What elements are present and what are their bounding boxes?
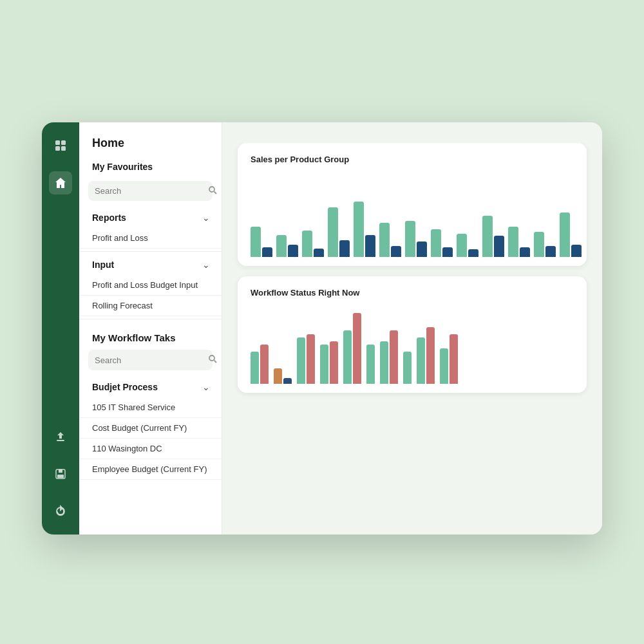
sales-teal-bar bbox=[560, 213, 570, 257]
divider-2 bbox=[79, 319, 222, 319]
sales-bar-group bbox=[251, 227, 272, 257]
wf-green-bar bbox=[297, 337, 305, 384]
wf-green-bar bbox=[251, 352, 259, 384]
sales-teal-bar bbox=[482, 216, 493, 257]
favourites-search-input[interactable] bbox=[95, 186, 203, 196]
sales-bar-group bbox=[560, 213, 582, 257]
sales-bar-group bbox=[457, 234, 478, 257]
sales-teal-bar bbox=[431, 229, 441, 257]
sales-dark-bar bbox=[314, 249, 324, 257]
sales-teal-bar bbox=[405, 221, 415, 257]
sidebar-bottom bbox=[49, 425, 72, 523]
workflow-item-1[interactable]: Cost Budget (Current FY) bbox=[79, 418, 222, 439]
sales-dark-bar bbox=[571, 245, 582, 257]
wf-red-bar bbox=[426, 327, 435, 384]
divider-1 bbox=[79, 251, 222, 252]
workflow-search-input[interactable] bbox=[95, 355, 203, 365]
profit-loss-budget-item[interactable]: Profit and Loss Budget Input bbox=[79, 275, 222, 296]
workflow-search-row[interactable] bbox=[88, 350, 213, 370]
wf-red-bar bbox=[450, 334, 458, 384]
reports-section-header[interactable]: Reports ⌄ bbox=[79, 207, 222, 228]
refresh-icon[interactable] bbox=[49, 500, 72, 523]
wf-bar-group bbox=[320, 341, 338, 384]
sales-bar-group bbox=[482, 216, 504, 257]
favourites-section-header[interactable]: My Favourites bbox=[79, 156, 222, 177]
sales-teal-bar bbox=[251, 227, 261, 257]
input-section-header[interactable]: Input ⌄ bbox=[79, 254, 222, 275]
reports-label: Reports bbox=[92, 213, 126, 223]
workflow-section: My Workflow Taks Budjet Process ⌄ 105 IT… bbox=[79, 322, 222, 480]
input-chevron: ⌄ bbox=[202, 260, 210, 270]
wf-orange-bar bbox=[274, 368, 282, 384]
sales-teal-bar bbox=[302, 231, 312, 257]
rolling-forecast-item[interactable]: Rolling Forecast bbox=[79, 296, 222, 316]
wf-bar-group bbox=[343, 313, 361, 384]
wf-bar-group bbox=[380, 330, 398, 384]
svg-line-11 bbox=[214, 361, 217, 363]
svg-rect-3 bbox=[61, 146, 66, 151]
sales-dark-bar bbox=[417, 242, 427, 257]
sales-bar-group bbox=[508, 227, 530, 257]
wf-red-bar bbox=[260, 345, 269, 384]
budget-process-label: Budjet Process bbox=[92, 382, 158, 392]
wf-green-bar bbox=[380, 341, 388, 384]
budget-process-header[interactable]: Budjet Process ⌄ bbox=[79, 377, 222, 397]
wf-bar-group bbox=[251, 345, 269, 384]
sales-dark-bar bbox=[468, 249, 478, 257]
wf-green-bar bbox=[403, 352, 412, 384]
wf-green-bar bbox=[343, 330, 352, 384]
save-icon[interactable] bbox=[49, 462, 72, 486]
sales-bar-group bbox=[302, 231, 324, 257]
wf-red-bar bbox=[307, 334, 315, 384]
input-label: Input bbox=[92, 260, 114, 270]
sales-teal-bar bbox=[276, 235, 287, 257]
favourites-search-row[interactable] bbox=[88, 181, 213, 201]
sales-bar-group bbox=[405, 221, 427, 257]
sales-teal-bar bbox=[328, 207, 338, 257]
main-header-title bbox=[222, 122, 602, 143]
app-container: Home My Favourites Reports ⌄ Profit and … bbox=[42, 122, 602, 535]
svg-point-10 bbox=[209, 355, 214, 361]
sidebar bbox=[42, 122, 79, 535]
upload-icon[interactable] bbox=[49, 425, 72, 448]
sales-dark-bar bbox=[365, 235, 375, 257]
sales-dark-bar bbox=[545, 246, 556, 257]
home-icon[interactable] bbox=[49, 171, 72, 194]
page-title: Home bbox=[79, 122, 222, 156]
workflow-search-icon bbox=[208, 354, 217, 366]
profit-and-loss-item[interactable]: Profit and Loss bbox=[79, 228, 222, 249]
sales-bar-group bbox=[328, 207, 350, 257]
wf-green-bar bbox=[366, 345, 375, 384]
reports-chevron: ⌄ bbox=[202, 213, 210, 223]
sales-teal-bar bbox=[354, 202, 364, 257]
svg-point-8 bbox=[209, 187, 214, 192]
main-content: Sales per Product Group Workflow Status … bbox=[222, 122, 602, 535]
sales-bar-group bbox=[431, 229, 453, 257]
wf-bar-group bbox=[366, 345, 375, 384]
sales-dark-bar bbox=[442, 247, 453, 257]
sales-dark-bar bbox=[288, 245, 298, 257]
workflow-item-3[interactable]: Employee Budget (Current FY) bbox=[79, 459, 222, 480]
wf-bar-group bbox=[297, 334, 315, 384]
sales-chart-card: Sales per Product Group bbox=[238, 143, 587, 266]
sales-dark-bar bbox=[391, 246, 401, 257]
workflow-item-0[interactable]: 105 IT Shared Service bbox=[79, 397, 222, 418]
sales-dark-bar bbox=[494, 236, 504, 257]
sales-teal-bar bbox=[457, 234, 467, 257]
sales-dark-bar bbox=[520, 247, 530, 257]
workflow-item-2[interactable]: 110 Wasington DC bbox=[79, 439, 222, 459]
workflow-bar-chart bbox=[251, 307, 574, 384]
sales-bar-chart bbox=[251, 173, 574, 257]
grid-icon[interactable] bbox=[49, 134, 72, 157]
left-panel: Home My Favourites Reports ⌄ Profit and … bbox=[79, 122, 222, 535]
svg-rect-2 bbox=[55, 146, 60, 151]
svg-rect-4 bbox=[57, 440, 64, 441]
favourites-title: My Favourites bbox=[92, 162, 153, 172]
svg-line-9 bbox=[214, 192, 217, 194]
wf-bar-group bbox=[440, 334, 458, 384]
wf-blue-bar bbox=[283, 378, 292, 384]
wf-green-bar bbox=[440, 348, 448, 384]
sales-teal-bar bbox=[508, 227, 518, 257]
svg-rect-1 bbox=[61, 140, 66, 145]
wf-green-bar bbox=[320, 345, 328, 384]
